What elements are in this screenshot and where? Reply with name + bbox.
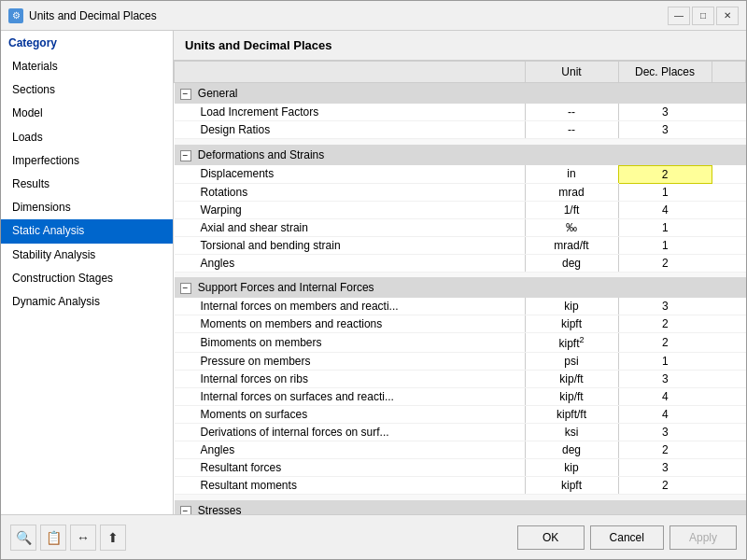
row-dec-warping[interactable]: 4 — [618, 201, 712, 218]
sidebar-header: Category — [1, 31, 173, 55]
content-area: Category Materials Sections Model Loads … — [1, 31, 746, 514]
apply-button[interactable]: Apply — [669, 525, 737, 550]
row-warping: Warping 1/ft 4 — [175, 201, 746, 218]
ok-button[interactable]: OK — [517, 525, 585, 550]
row-dec-displacements[interactable]: 2 — [618, 165, 712, 183]
row-unit-displacements[interactable]: in — [525, 165, 618, 183]
row-dec-torsional[interactable]: 1 — [618, 236, 712, 254]
row-unit-resultant-forces[interactable]: kip — [525, 459, 618, 477]
maximize-button[interactable]: □ — [692, 7, 714, 25]
row-extra-displacements — [712, 165, 746, 183]
row-internal-forces-ribs: Internal forces on ribs kip/ft 3 — [175, 371, 746, 388]
row-unit-angles-def[interactable]: deg — [525, 254, 618, 272]
section-toggle-support[interactable]: − — [180, 283, 191, 294]
row-unit-pressure-members[interactable]: psi — [525, 353, 618, 371]
close-button[interactable]: ✕ — [716, 7, 739, 25]
row-dec-resultant-forces[interactable]: 3 — [618, 459, 712, 477]
row-extra-moments-members — [712, 315, 746, 333]
sidebar-item-imperfections[interactable]: Imperfections — [1, 149, 173, 173]
row-unit-moments-surfaces[interactable]: kipft/ft — [525, 406, 618, 424]
row-extra-design-ratios — [712, 121, 746, 139]
row-unit-load-increment[interactable]: -- — [525, 104, 618, 121]
search-tool-button[interactable]: 🔍 — [10, 525, 36, 551]
sidebar-item-results[interactable]: Results — [1, 173, 173, 196]
sidebar-item-loads[interactable]: Loads — [1, 126, 173, 149]
sidebar-item-static-analysis[interactable]: Static Analysis — [1, 219, 173, 243]
row-unit-torsional[interactable]: mrad/ft — [525, 236, 618, 254]
sidebar: Category Materials Sections Model Loads … — [1, 31, 174, 514]
row-extra-load-increment — [712, 104, 746, 121]
row-name-moments-members: Moments on members and reactions — [175, 315, 526, 333]
row-unit-rotations[interactable]: mrad — [525, 183, 618, 201]
row-unit-angles-support[interactable]: deg — [525, 441, 618, 459]
minimize-button[interactable]: — — [668, 7, 690, 25]
row-name-internal-forces-ribs: Internal forces on ribs — [175, 371, 526, 388]
row-dec-bimoments[interactable]: 2 — [618, 333, 712, 353]
row-unit-warping[interactable]: 1/ft — [525, 201, 618, 218]
row-dec-design-ratios[interactable]: 3 — [618, 121, 712, 139]
settings-table: Unit Dec. Places − General — [174, 61, 746, 514]
row-name-resultant-forces: Resultant forces — [175, 459, 526, 477]
sidebar-item-dimensions[interactable]: Dimensions — [1, 196, 173, 219]
row-dec-load-increment[interactable]: 3 — [618, 104, 712, 121]
row-extra-angles-support — [712, 441, 746, 459]
row-name-torsional: Torsional and bending strain — [175, 236, 526, 254]
table-area[interactable]: Unit Dec. Places − General — [174, 61, 746, 514]
col-dec-header: Dec. Places — [618, 62, 712, 83]
row-dec-internal-forces-ribs[interactable]: 3 — [618, 371, 712, 388]
window-icon: ⚙ — [8, 8, 23, 23]
export-tool-button[interactable]: ⬆ — [100, 525, 126, 551]
row-dec-pressure-members[interactable]: 1 — [618, 353, 712, 371]
row-dec-rotations[interactable]: 1 — [618, 183, 712, 201]
row-name-angles-def: Angles — [175, 254, 526, 272]
section-toggle-stresses[interactable]: − — [180, 506, 191, 515]
row-dec-axial-shear[interactable]: 1 — [618, 218, 712, 236]
expand-tool-button[interactable]: ↔ — [70, 525, 96, 551]
section-label-stresses: Stresses — [198, 504, 242, 515]
row-unit-design-ratios[interactable]: -- — [525, 121, 618, 139]
row-rotations: Rotations mrad 1 — [175, 183, 746, 201]
row-name-design-ratios: Design Ratios — [175, 121, 526, 139]
row-unit-internal-forces-surfaces[interactable]: kip/ft — [525, 388, 618, 406]
copy-tool-button[interactable]: 📋 — [40, 525, 66, 551]
sidebar-item-stability-analysis[interactable]: Stability Analysis — [1, 244, 173, 267]
row-dec-angles-support[interactable]: 2 — [618, 441, 712, 459]
section-label-support: Support Forces and Internal Forces — [198, 281, 374, 294]
row-extra-bimoments — [712, 333, 746, 353]
row-dec-angles-def[interactable]: 2 — [618, 254, 712, 272]
row-dec-internal-forces-members[interactable]: 3 — [618, 298, 712, 315]
main-panel: Units and Decimal Places Unit Dec. Place… — [174, 31, 746, 514]
row-name-resultant-moments: Resultant moments — [175, 477, 526, 495]
row-unit-resultant-moments[interactable]: kipft — [525, 477, 618, 495]
row-unit-internal-forces-members[interactable]: kip — [525, 298, 618, 315]
sidebar-item-materials[interactable]: Materials — [1, 55, 173, 78]
row-resultant-moments: Resultant moments kipft 2 — [175, 477, 746, 495]
sidebar-item-construction-stages[interactable]: Construction Stages — [1, 267, 173, 290]
row-unit-internal-forces-ribs[interactable]: kip/ft — [525, 371, 618, 388]
row-dec-internal-forces-surfaces[interactable]: 4 — [618, 388, 712, 406]
row-extra-torsional — [712, 236, 746, 254]
section-toggle-general[interactable]: − — [180, 89, 191, 100]
row-unit-derivations[interactable]: ksi — [525, 424, 618, 441]
title-controls: — □ ✕ — [668, 7, 739, 25]
row-unit-moments-members[interactable]: kipft — [525, 315, 618, 333]
row-name-bimoments: Bimoments on members — [175, 333, 526, 353]
row-dec-moments-surfaces[interactable]: 4 — [618, 406, 712, 424]
cancel-button[interactable]: Cancel — [590, 525, 664, 550]
row-resultant-forces: Resultant forces kip 3 — [175, 459, 746, 477]
panel-header: Units and Decimal Places — [174, 31, 746, 61]
row-dec-moments-members[interactable]: 2 — [618, 315, 712, 333]
title-bar-left: ⚙ Units and Decimal Places — [8, 8, 157, 23]
row-unit-bimoments[interactable]: kipft2 — [525, 333, 618, 353]
sidebar-item-model[interactable]: Model — [1, 102, 173, 125]
action-buttons: OK Cancel Apply — [517, 525, 737, 550]
sidebar-item-dynamic-analysis[interactable]: Dynamic Analysis — [1, 290, 173, 314]
row-dec-resultant-moments[interactable]: 2 — [618, 477, 712, 495]
row-axial-shear: Axial and shear strain ‰ 1 — [175, 218, 746, 236]
row-name-displacements: Displacements — [175, 165, 526, 183]
sidebar-item-sections[interactable]: Sections — [1, 78, 173, 102]
row-dec-derivations[interactable]: 3 — [618, 424, 712, 441]
row-unit-axial-shear[interactable]: ‰ — [525, 218, 618, 236]
row-name-internal-forces-surfaces: Internal forces on surfaces and reacti..… — [175, 388, 526, 406]
section-toggle-deformations[interactable]: − — [180, 150, 191, 161]
